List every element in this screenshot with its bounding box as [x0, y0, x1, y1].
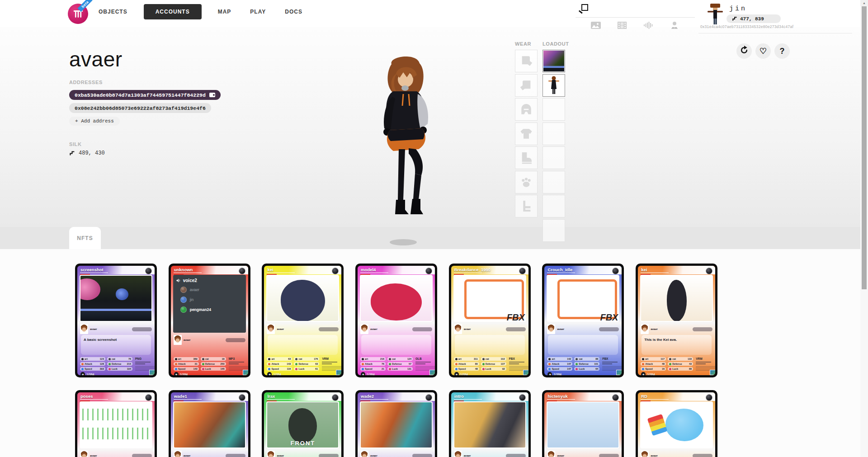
- nft-card[interactable]: kei avaer art 63 cat 176 Attack 14: [262, 264, 344, 377]
- nft-card[interactable]: hictenyuk avaer: [542, 390, 624, 457]
- search-box[interactable]: [576, 0, 695, 18]
- nft-card[interactable]: Breakdance_1990 FBX avaer art 311 cat 10…: [449, 264, 531, 377]
- stat-luck: Luck 61: [294, 367, 319, 371]
- loadout-slot-6[interactable]: [542, 171, 565, 193]
- nft-card[interactable]: lrax FRONT avaer: [262, 390, 344, 457]
- stat-value: 57: [409, 363, 411, 365]
- nft-card[interactable]: model4 avaer art 216 cat 124 Attack: [355, 264, 437, 377]
- nav-item-play[interactable]: PLAY: [247, 4, 269, 19]
- card-subtitle-microtext: [547, 274, 557, 275]
- loadout-slot-4[interactable]: [542, 122, 565, 145]
- avatar-3d-preview[interactable]: [362, 51, 448, 250]
- loadout-slot-7[interactable]: [542, 195, 565, 217]
- stat-cat: cat 76: [107, 357, 132, 361]
- card-stamp: [429, 370, 435, 375]
- nft-card[interactable]: kei avaer This is the Kei ava. art 117 c…: [636, 264, 717, 377]
- stat-value: 116: [287, 367, 291, 370]
- stat-art-icon: [548, 358, 551, 360]
- wear-slot-boot[interactable]: [515, 146, 538, 169]
- minter-avatar: [360, 324, 368, 334]
- stat-value: 133: [688, 358, 692, 360]
- wear-slot-glove-left[interactable]: [515, 74, 538, 97]
- nav-item-docs[interactable]: DOCS: [282, 4, 305, 19]
- nft-card[interactable]: screenshot avaer A basic screenshot art …: [75, 264, 157, 377]
- card-art: [173, 401, 246, 448]
- stat-luck: Luck 88: [668, 367, 693, 371]
- card-art: [80, 275, 152, 322]
- wallet-icon: [209, 93, 215, 97]
- loadout-slot-1[interactable]: [542, 50, 565, 72]
- minter-name: avaer: [184, 454, 191, 457]
- card-minter-row: avaer: [267, 450, 339, 457]
- nav-item-accounts[interactable]: ACCOUNTS: [144, 4, 202, 19]
- card-title: poses: [80, 394, 93, 399]
- scrollbar-thumb[interactable]: [862, 6, 867, 289]
- stat-luck-icon: [108, 368, 111, 370]
- minter-avatar: [641, 451, 649, 457]
- card-title: intro: [454, 394, 464, 399]
- stat-value: 147: [567, 363, 571, 365]
- card-sigil-icon: [425, 394, 432, 401]
- avatar-icon[interactable]: [669, 21, 680, 30]
- card-title: RD: [641, 394, 647, 399]
- address-text: 0xba530ade0b874d7a1303af74459751447f8422…: [75, 92, 206, 98]
- card-subtitle-microtext: [174, 400, 184, 402]
- nft-card[interactable]: wade2 avaer: [355, 390, 437, 457]
- stat-art: art 142: [547, 357, 572, 361]
- wear-slot-glove-right[interactable]: [515, 50, 538, 72]
- nav-item-objects[interactable]: OBJECTS: [96, 4, 130, 19]
- stat-luck: Luck 64: [574, 367, 599, 371]
- audio-icon[interactable]: [643, 21, 654, 30]
- stat-speed-icon: [175, 368, 177, 370]
- favorite-button[interactable]: ♡: [755, 43, 771, 59]
- film-icon[interactable]: [617, 21, 627, 30]
- voice-user-name: avaer: [190, 287, 199, 292]
- nft-card[interactable]: poses avaer: [75, 390, 157, 457]
- minter-name: avaer: [557, 454, 564, 457]
- address-text: 0x08e242bb06d85073e69222af8273af419d19e4…: [75, 105, 206, 111]
- tab-nfts[interactable]: NFTS: [69, 227, 101, 249]
- add-address-button[interactable]: + Add address: [69, 117, 120, 126]
- search-input[interactable]: [591, 2, 690, 15]
- nft-card[interactable]: wade1 avaer: [169, 390, 250, 457]
- stat-attack: Attack 48: [641, 362, 666, 366]
- refresh-button[interactable]: [736, 43, 752, 59]
- card-art: [360, 275, 433, 322]
- wear-slot-chair[interactable]: [515, 195, 538, 217]
- nft-card[interactable]: Crouch_Idle FBX avaer art 142 cat 88 At: [542, 264, 624, 377]
- glove-left-icon: [519, 78, 533, 93]
- stat-value: 393: [100, 367, 104, 370]
- image-icon[interactable]: [590, 21, 601, 30]
- paw-icon: [519, 175, 533, 189]
- card-meta-pill: [599, 327, 619, 331]
- address-pill-primary[interactable]: 0xba530ade0b874d7a1303af74459751447f8422…: [69, 90, 221, 100]
- card-art: [453, 401, 526, 448]
- loadout-slot-3[interactable]: [542, 98, 565, 121]
- card-stats: art 117 cat 133 Attack 48 Defense 43 Spe…: [641, 357, 694, 371]
- chair-icon: [519, 199, 533, 213]
- stat-attack: Attack 147: [547, 362, 572, 366]
- help-button[interactable]: ?: [774, 43, 790, 59]
- minter-name: avaer: [90, 328, 97, 330]
- voice-user-name: jin: [190, 297, 194, 302]
- minter-avatar: [80, 324, 88, 334]
- nft-card[interactable]: RD avaer: [636, 390, 717, 457]
- minter-name: avaer: [277, 328, 284, 330]
- address-pill-secondary[interactable]: 0x08e242bb06d85073e69222af8273af419d19e4…: [69, 103, 211, 113]
- wear-slot-paw[interactable]: [515, 171, 538, 193]
- nav-item-map[interactable]: MAP: [215, 4, 234, 19]
- profile-widget[interactable]: jin 477, 839 0x31e4ca4c07aeb731183334532…: [698, 0, 852, 33]
- loadout-slot-2[interactable]: [542, 74, 565, 97]
- art-overlay-text: FRONT: [267, 440, 338, 447]
- minter-name: avaer: [557, 328, 564, 330]
- wear-slot-armor[interactable]: [515, 122, 538, 145]
- stat-value: 92: [502, 367, 505, 370]
- loadout-slot-5[interactable]: [542, 146, 565, 169]
- wear-slot-helmet[interactable]: [515, 98, 538, 121]
- nft-card[interactable]: intro avaer: [449, 390, 531, 457]
- nft-card[interactable]: unknown voice2 avaer jin pengman24 avaer: [169, 264, 250, 377]
- stat-speed: Speed 116: [267, 367, 292, 371]
- loadout-slot-8[interactable]: [542, 219, 565, 242]
- voice-title: voice2: [183, 278, 197, 283]
- scrollbar-up-arrow[interactable]: ▲: [860, 0, 868, 6]
